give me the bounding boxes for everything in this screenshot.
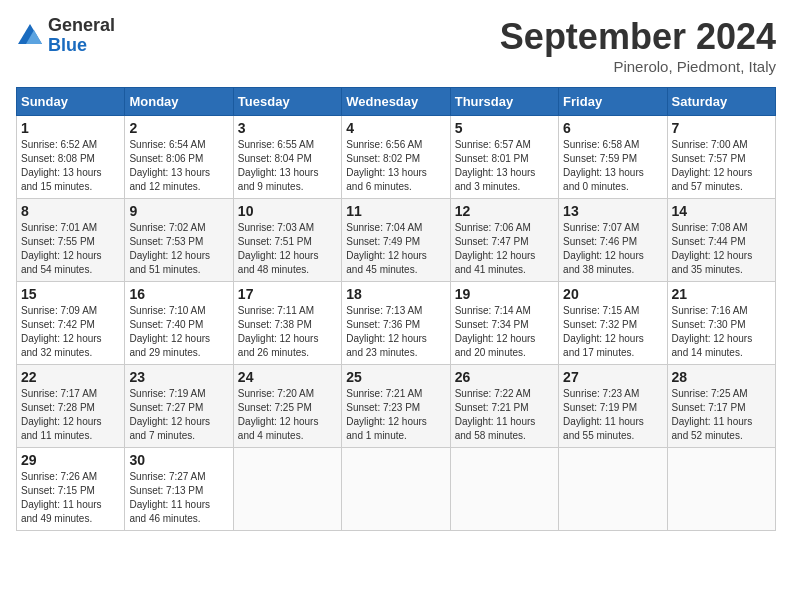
day-number: 29 — [21, 452, 120, 468]
day-info: Sunrise: 6:56 AM Sunset: 8:02 PM Dayligh… — [346, 138, 445, 194]
day-info: Sunrise: 7:27 AM Sunset: 7:13 PM Dayligh… — [129, 470, 228, 526]
calendar-cell: 27Sunrise: 7:23 AM Sunset: 7:19 PM Dayli… — [559, 365, 667, 448]
day-info: Sunrise: 7:14 AM Sunset: 7:34 PM Dayligh… — [455, 304, 554, 360]
day-number: 15 — [21, 286, 120, 302]
day-number: 13 — [563, 203, 662, 219]
day-number: 23 — [129, 369, 228, 385]
logo: General Blue — [16, 16, 115, 56]
calendar-cell — [342, 448, 450, 531]
logo-blue-text: Blue — [48, 36, 115, 56]
weekday-header: Sunday — [17, 88, 125, 116]
day-number: 12 — [455, 203, 554, 219]
day-number: 22 — [21, 369, 120, 385]
day-number: 8 — [21, 203, 120, 219]
calendar-cell: 17Sunrise: 7:11 AM Sunset: 7:38 PM Dayli… — [233, 282, 341, 365]
day-number: 2 — [129, 120, 228, 136]
calendar-cell: 14Sunrise: 7:08 AM Sunset: 7:44 PM Dayli… — [667, 199, 775, 282]
day-info: Sunrise: 7:11 AM Sunset: 7:38 PM Dayligh… — [238, 304, 337, 360]
calendar-cell: 28Sunrise: 7:25 AM Sunset: 7:17 PM Dayli… — [667, 365, 775, 448]
day-number: 26 — [455, 369, 554, 385]
day-info: Sunrise: 7:01 AM Sunset: 7:55 PM Dayligh… — [21, 221, 120, 277]
calendar-week-row: 15Sunrise: 7:09 AM Sunset: 7:42 PM Dayli… — [17, 282, 776, 365]
day-info: Sunrise: 7:21 AM Sunset: 7:23 PM Dayligh… — [346, 387, 445, 443]
calendar-week-row: 8Sunrise: 7:01 AM Sunset: 7:55 PM Daylig… — [17, 199, 776, 282]
day-info: Sunrise: 6:57 AM Sunset: 8:01 PM Dayligh… — [455, 138, 554, 194]
calendar-cell: 24Sunrise: 7:20 AM Sunset: 7:25 PM Dayli… — [233, 365, 341, 448]
calendar-cell: 23Sunrise: 7:19 AM Sunset: 7:27 PM Dayli… — [125, 365, 233, 448]
day-number: 24 — [238, 369, 337, 385]
calendar-cell — [450, 448, 558, 531]
day-info: Sunrise: 7:00 AM Sunset: 7:57 PM Dayligh… — [672, 138, 771, 194]
calendar-cell: 12Sunrise: 7:06 AM Sunset: 7:47 PM Dayli… — [450, 199, 558, 282]
weekday-header: Monday — [125, 88, 233, 116]
calendar-cell: 26Sunrise: 7:22 AM Sunset: 7:21 PM Dayli… — [450, 365, 558, 448]
day-info: Sunrise: 6:54 AM Sunset: 8:06 PM Dayligh… — [129, 138, 228, 194]
calendar-cell: 1Sunrise: 6:52 AM Sunset: 8:08 PM Daylig… — [17, 116, 125, 199]
calendar-cell: 22Sunrise: 7:17 AM Sunset: 7:28 PM Dayli… — [17, 365, 125, 448]
weekday-header: Thursday — [450, 88, 558, 116]
weekday-header: Wednesday — [342, 88, 450, 116]
day-number: 7 — [672, 120, 771, 136]
calendar-cell — [559, 448, 667, 531]
calendar-cell: 13Sunrise: 7:07 AM Sunset: 7:46 PM Dayli… — [559, 199, 667, 282]
location: Pinerolo, Piedmont, Italy — [500, 58, 776, 75]
day-number: 10 — [238, 203, 337, 219]
calendar-week-row: 29Sunrise: 7:26 AM Sunset: 7:15 PM Dayli… — [17, 448, 776, 531]
calendar-cell: 30Sunrise: 7:27 AM Sunset: 7:13 PM Dayli… — [125, 448, 233, 531]
calendar-week-row: 22Sunrise: 7:17 AM Sunset: 7:28 PM Dayli… — [17, 365, 776, 448]
header: General Blue September 2024 Pinerolo, Pi… — [16, 16, 776, 75]
day-info: Sunrise: 7:20 AM Sunset: 7:25 PM Dayligh… — [238, 387, 337, 443]
day-info: Sunrise: 7:15 AM Sunset: 7:32 PM Dayligh… — [563, 304, 662, 360]
weekday-header: Saturday — [667, 88, 775, 116]
calendar-cell: 29Sunrise: 7:26 AM Sunset: 7:15 PM Dayli… — [17, 448, 125, 531]
day-info: Sunrise: 7:04 AM Sunset: 7:49 PM Dayligh… — [346, 221, 445, 277]
day-number: 5 — [455, 120, 554, 136]
day-number: 3 — [238, 120, 337, 136]
logo-general-text: General — [48, 16, 115, 36]
day-info: Sunrise: 7:02 AM Sunset: 7:53 PM Dayligh… — [129, 221, 228, 277]
day-info: Sunrise: 7:16 AM Sunset: 7:30 PM Dayligh… — [672, 304, 771, 360]
day-info: Sunrise: 7:17 AM Sunset: 7:28 PM Dayligh… — [21, 387, 120, 443]
calendar-header: SundayMondayTuesdayWednesdayThursdayFrid… — [17, 88, 776, 116]
calendar-cell — [667, 448, 775, 531]
calendar-cell: 19Sunrise: 7:14 AM Sunset: 7:34 PM Dayli… — [450, 282, 558, 365]
day-info: Sunrise: 6:58 AM Sunset: 7:59 PM Dayligh… — [563, 138, 662, 194]
weekday-row: SundayMondayTuesdayWednesdayThursdayFrid… — [17, 88, 776, 116]
logo-text: General Blue — [48, 16, 115, 56]
day-info: Sunrise: 6:55 AM Sunset: 8:04 PM Dayligh… — [238, 138, 337, 194]
day-info: Sunrise: 7:13 AM Sunset: 7:36 PM Dayligh… — [346, 304, 445, 360]
day-info: Sunrise: 7:10 AM Sunset: 7:40 PM Dayligh… — [129, 304, 228, 360]
day-info: Sunrise: 7:06 AM Sunset: 7:47 PM Dayligh… — [455, 221, 554, 277]
day-info: Sunrise: 7:03 AM Sunset: 7:51 PM Dayligh… — [238, 221, 337, 277]
weekday-header: Tuesday — [233, 88, 341, 116]
title-area: September 2024 Pinerolo, Piedmont, Italy — [500, 16, 776, 75]
calendar-cell: 2Sunrise: 6:54 AM Sunset: 8:06 PM Daylig… — [125, 116, 233, 199]
calendar-cell: 10Sunrise: 7:03 AM Sunset: 7:51 PM Dayli… — [233, 199, 341, 282]
calendar-table: SundayMondayTuesdayWednesdayThursdayFrid… — [16, 87, 776, 531]
calendar-cell: 9Sunrise: 7:02 AM Sunset: 7:53 PM Daylig… — [125, 199, 233, 282]
month-title: September 2024 — [500, 16, 776, 58]
day-number: 14 — [672, 203, 771, 219]
day-number: 11 — [346, 203, 445, 219]
calendar-cell: 5Sunrise: 6:57 AM Sunset: 8:01 PM Daylig… — [450, 116, 558, 199]
calendar-cell: 4Sunrise: 6:56 AM Sunset: 8:02 PM Daylig… — [342, 116, 450, 199]
calendar-cell: 21Sunrise: 7:16 AM Sunset: 7:30 PM Dayli… — [667, 282, 775, 365]
day-info: Sunrise: 7:22 AM Sunset: 7:21 PM Dayligh… — [455, 387, 554, 443]
calendar-cell: 8Sunrise: 7:01 AM Sunset: 7:55 PM Daylig… — [17, 199, 125, 282]
calendar-cell: 6Sunrise: 6:58 AM Sunset: 7:59 PM Daylig… — [559, 116, 667, 199]
calendar-cell: 20Sunrise: 7:15 AM Sunset: 7:32 PM Dayli… — [559, 282, 667, 365]
day-info: Sunrise: 7:25 AM Sunset: 7:17 PM Dayligh… — [672, 387, 771, 443]
calendar-cell: 16Sunrise: 7:10 AM Sunset: 7:40 PM Dayli… — [125, 282, 233, 365]
weekday-header: Friday — [559, 88, 667, 116]
day-info: Sunrise: 7:26 AM Sunset: 7:15 PM Dayligh… — [21, 470, 120, 526]
day-info: Sunrise: 7:19 AM Sunset: 7:27 PM Dayligh… — [129, 387, 228, 443]
day-number: 16 — [129, 286, 228, 302]
day-number: 4 — [346, 120, 445, 136]
day-info: Sunrise: 7:23 AM Sunset: 7:19 PM Dayligh… — [563, 387, 662, 443]
day-info: Sunrise: 7:07 AM Sunset: 7:46 PM Dayligh… — [563, 221, 662, 277]
day-info: Sunrise: 6:52 AM Sunset: 8:08 PM Dayligh… — [21, 138, 120, 194]
calendar-cell: 18Sunrise: 7:13 AM Sunset: 7:36 PM Dayli… — [342, 282, 450, 365]
day-number: 27 — [563, 369, 662, 385]
day-number: 6 — [563, 120, 662, 136]
logo-icon — [16, 22, 44, 50]
